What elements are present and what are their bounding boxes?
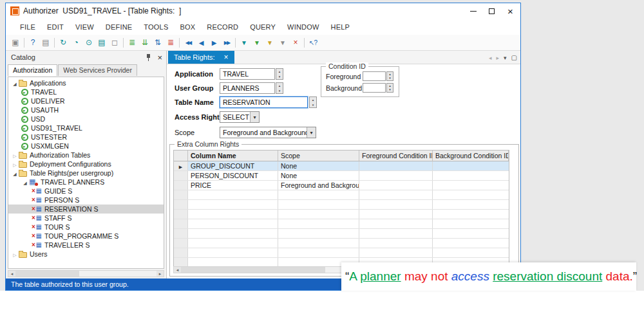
menu-item-view[interactable]: VIEW <box>70 23 100 31</box>
menu-item-tools[interactable]: TOOLS <box>138 23 174 31</box>
background-spinner[interactable] <box>386 83 393 93</box>
background-condition-input[interactable] <box>363 83 386 93</box>
catalog-close-icon[interactable] <box>157 51 162 63</box>
menu-item-edit[interactable]: EDIT <box>41 23 70 31</box>
tree-item-users[interactable]: Users <box>8 250 164 259</box>
cell-scope[interactable]: Foreground and Background <box>278 181 359 190</box>
tree-item-travel-planners[interactable]: TRAVEL PLANNERS <box>8 178 164 187</box>
tree-item-usauth[interactable]: USAUTH <box>8 105 164 114</box>
cell-background-condition-id[interactable] <box>433 171 509 180</box>
cell-foreground-condition-id[interactable] <box>359 161 433 170</box>
tree-item-usd91-travel[interactable]: USD91_TRAVEL <box>8 123 164 132</box>
grid-row-empty[interactable] <box>174 229 509 239</box>
access-right-select[interactable]: SELECT <box>220 111 260 123</box>
tree-item-person-s[interactable]: PERSON S <box>8 196 164 205</box>
column-header-scope[interactable]: Scope <box>278 150 359 161</box>
database-icon[interactable]: ▤ <box>95 37 108 49</box>
tree-item-ustester[interactable]: USTESTER <box>8 132 164 141</box>
grid-row-empty[interactable] <box>174 200 509 210</box>
filter-clear-icon[interactable]: ▼ <box>276 37 289 49</box>
expander-open-icon[interactable] <box>21 178 29 186</box>
maximize-button[interactable] <box>482 3 501 19</box>
cell-column-name[interactable]: PRICE <box>188 181 278 190</box>
clear-icon[interactable]: ◻ <box>108 37 121 49</box>
first-record-icon[interactable]: ◀◀ <box>182 37 194 49</box>
tree-item-applications[interactable]: Applications <box>8 78 164 87</box>
tree-item-guide-s[interactable]: GUIDE S <box>8 187 164 196</box>
grid-row-empty[interactable] <box>174 248 509 258</box>
tab-scroll-left-icon[interactable] <box>489 55 492 61</box>
scroll-left-icon[interactable] <box>8 271 15 277</box>
application-spinner[interactable] <box>276 68 283 80</box>
foreground-spinner[interactable] <box>386 71 393 81</box>
expander-closed-icon[interactable] <box>11 151 19 159</box>
expander-open-icon[interactable] <box>11 169 19 177</box>
tree-item-table-rights-per-usergroup[interactable]: Table Rights(per usergroup) <box>8 169 164 178</box>
column-header-background-condition-id[interactable]: Background Condition ID <box>433 150 509 161</box>
filter-icon[interactable]: ▼ <box>238 37 251 49</box>
menu-item-window[interactable]: WINDOW <box>281 23 325 31</box>
scroll-thumb[interactable] <box>15 271 79 277</box>
row-selector[interactable] <box>174 161 188 170</box>
filter-add-icon[interactable]: ▼ <box>251 37 263 49</box>
tab-close-icon[interactable] <box>224 53 229 61</box>
scroll-left-icon[interactable] <box>174 267 181 273</box>
reorder-icon[interactable]: ⇅ <box>151 37 164 49</box>
scroll-track[interactable] <box>15 271 156 277</box>
tab-table-rights[interactable]: Table Rights: <box>168 51 234 64</box>
next-record-icon[interactable]: ▶ <box>207 37 220 49</box>
tree-horizontal-scrollbar[interactable] <box>8 270 164 277</box>
row-selector[interactable] <box>174 181 188 190</box>
duplicate-row-icon[interactable]: ⇊ <box>138 37 151 49</box>
menu-item-query[interactable]: QUERY <box>244 23 281 31</box>
menu-item-record[interactable]: RECORD <box>201 23 244 31</box>
row-selector[interactable] <box>174 171 188 180</box>
help-icon[interactable]: ? <box>26 37 39 49</box>
user-group-input[interactable]: PLANNERS <box>220 82 275 94</box>
cell-background-condition-id[interactable] <box>433 181 509 190</box>
column-header-foreground-condition-id[interactable]: Foreground Condition ID <box>359 150 433 161</box>
menu-item-box[interactable]: BOX <box>174 23 201 31</box>
grid-row-empty[interactable] <box>174 219 509 229</box>
expander-open-icon[interactable] <box>11 79 19 87</box>
scroll-right-icon[interactable] <box>156 271 164 277</box>
chevron-down-icon[interactable] <box>250 112 259 122</box>
tab-list-icon[interactable] <box>504 55 507 61</box>
tree-item-usd[interactable]: USD <box>8 114 164 123</box>
application-input[interactable]: TRAVEL <box>220 68 275 80</box>
expander-closed-icon[interactable] <box>11 160 19 168</box>
tree-item-traveller-s[interactable]: TRAVELLER S <box>8 241 164 250</box>
table-name-input[interactable]: RESERVATION <box>220 96 308 108</box>
filter-edit-icon[interactable]: ▼ <box>263 37 276 49</box>
history-icon[interactable]: ◔ <box>70 37 82 49</box>
insert-row-icon[interactable]: ≣ <box>126 37 138 49</box>
table-name-spinner[interactable] <box>309 96 317 108</box>
cell-column-name[interactable]: GROUP_DISCOUNT <box>188 161 278 170</box>
grid-row-empty[interactable] <box>174 210 509 219</box>
expander-closed-icon[interactable] <box>11 250 19 258</box>
last-record-icon[interactable]: ▶▶ <box>220 37 233 49</box>
pin-icon[interactable] <box>146 53 152 62</box>
tab-scroll-right-icon[interactable] <box>496 55 499 61</box>
cell-column-name[interactable]: PERSON_DISCOUNT <box>188 171 278 180</box>
tree-item-udeliver[interactable]: UDELIVER <box>8 96 164 105</box>
foreground-condition-input[interactable] <box>363 71 386 81</box>
cell-background-condition-id[interactable] <box>433 161 509 170</box>
tree-item-reservation-s[interactable]: RESERVATION S <box>8 205 164 214</box>
tab-float-icon[interactable] <box>511 54 517 61</box>
minimize-button[interactable] <box>464 3 482 19</box>
grid-row-price[interactable]: PRICE Foreground and Background <box>174 181 509 190</box>
cell-scope[interactable]: None <box>278 171 359 180</box>
tree-item-tour-s[interactable]: TOUR S <box>8 223 164 232</box>
grid-row-group-discount[interactable]: GROUP_DISCOUNT None <box>174 161 509 171</box>
delete-row-icon[interactable]: ≣ <box>164 37 177 49</box>
save-icon[interactable]: ▣ <box>9 37 22 49</box>
scope-select[interactable]: Foreground and Background <box>220 127 316 138</box>
print-icon[interactable]: ▤ <box>39 37 52 49</box>
grid-row-empty[interactable] <box>174 190 509 200</box>
remove-filter-icon[interactable]: × <box>289 37 302 49</box>
tree-item-usxmlgen[interactable]: USXMLGEN <box>8 141 164 150</box>
whats-this-icon[interactable]: ↖? <box>307 37 319 49</box>
column-header-column-name[interactable]: Column Name <box>188 150 278 161</box>
refresh-icon[interactable]: ↻ <box>57 37 70 49</box>
